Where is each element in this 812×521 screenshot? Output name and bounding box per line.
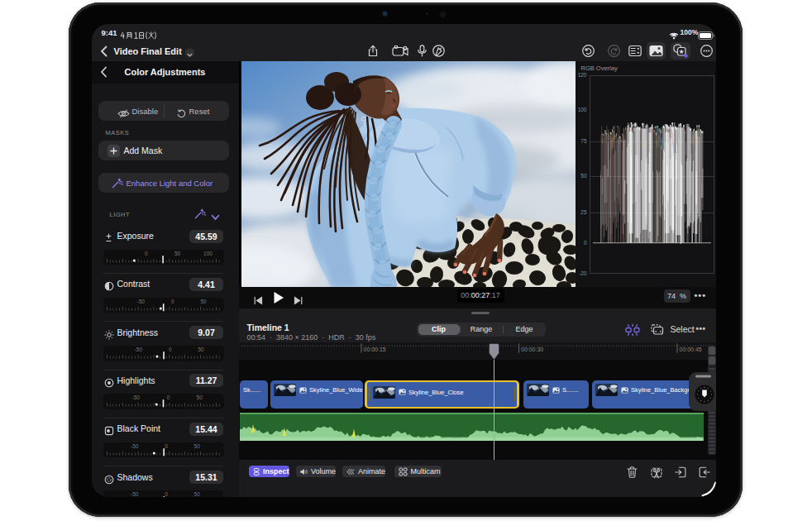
svg-text:50: 50 — [194, 442, 201, 448]
svg-text:0: 0 — [169, 347, 172, 352]
svg-text:-50: -50 — [135, 347, 143, 352]
svg-text:0: 0 — [165, 442, 168, 448]
svg-text:0: 0 — [167, 394, 170, 400]
svg-text:-50: -50 — [132, 394, 141, 400]
svg-text:00:00:30: 00:00:30 — [521, 347, 543, 352]
svg-text:-50: -50 — [131, 442, 139, 448]
svg-text:0: 0 — [165, 491, 168, 497]
svg-text:50: 50 — [174, 250, 181, 256]
svg-text:50: 50 — [200, 298, 207, 304]
svg-text:50: 50 — [197, 394, 203, 400]
svg-text:-50: -50 — [131, 491, 139, 497]
svg-text:00:00:45: 00:00:45 — [679, 347, 701, 352]
svg-text:100: 100 — [203, 250, 213, 256]
svg-text:50: 50 — [194, 491, 201, 497]
svg-text:0: 0 — [145, 250, 148, 256]
svg-text:50: 50 — [198, 347, 204, 352]
svg-text:0: 0 — [171, 298, 174, 304]
svg-text:00:00:15: 00:00:15 — [363, 347, 385, 352]
svg-text:-50: -50 — [136, 298, 145, 304]
